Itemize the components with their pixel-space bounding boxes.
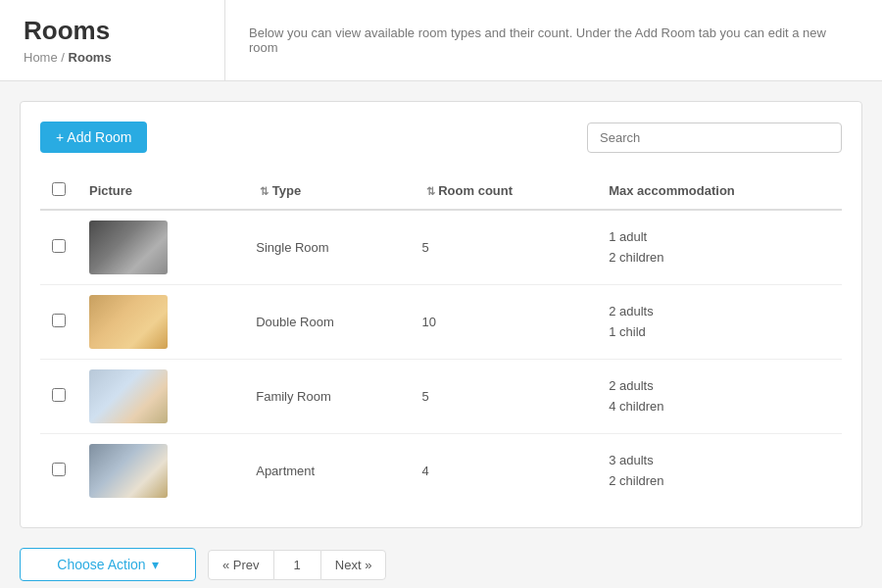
- row-count-cell: 10: [411, 285, 598, 360]
- row-picture-cell: [77, 434, 244, 509]
- page-header: Rooms Home / Rooms Below you can view av…: [0, 0, 882, 81]
- rooms-table: Picture ⇅ Type ⇅ Room count Max accommod…: [40, 172, 842, 508]
- table-row: Double Room 10 2 adults 1 child: [40, 285, 842, 360]
- row-picture-cell: [77, 285, 244, 360]
- row-checkbox-cell: [40, 285, 77, 360]
- row-picture-cell: [77, 360, 244, 434]
- row-count-cell: 4: [411, 434, 598, 509]
- header-picture: Picture: [77, 172, 244, 210]
- row-type-cell: Apartment: [244, 434, 410, 509]
- row-accommodation-cell: 1 adult 2 children: [597, 210, 842, 285]
- room-image-0: [89, 220, 168, 274]
- row-checkbox-2[interactable]: [52, 388, 66, 402]
- choose-action-label: Choose Action: [57, 557, 145, 572]
- table-row: Apartment 4 3 adults 2 children: [40, 434, 842, 509]
- breadcrumb: Home / Rooms: [24, 50, 201, 65]
- row-checkbox-1[interactable]: [52, 314, 66, 327]
- row-checkbox-cell: [40, 210, 77, 285]
- row-accommodation-cell: 2 adults 4 children: [597, 360, 842, 434]
- row-checkbox-cell: [40, 434, 77, 509]
- table-row: Family Room 5 2 adults 4 children: [40, 360, 842, 434]
- row-type-cell: Double Room: [244, 285, 410, 360]
- main-content: + Add Room Picture ⇅ Type: [0, 81, 882, 588]
- pagination: « Prev 1 Next »: [208, 550, 386, 580]
- header-right: Below you can view available room types …: [225, 0, 882, 80]
- search-input[interactable]: [587, 122, 842, 153]
- bottom-bar: Choose Action ▾ « Prev 1 Next »: [20, 548, 862, 581]
- row-checkbox-0[interactable]: [52, 239, 66, 253]
- choose-action-arrow: ▾: [152, 557, 159, 572]
- page-title: Rooms: [24, 16, 201, 46]
- choose-action-button[interactable]: Choose Action ▾: [20, 548, 196, 581]
- room-image-2: [89, 369, 168, 423]
- toolbar: + Add Room: [40, 122, 842, 153]
- header-room-count[interactable]: ⇅ Room count: [411, 172, 598, 210]
- row-accommodation-cell: 3 adults 2 children: [597, 434, 842, 509]
- row-checkbox-cell: [40, 360, 77, 434]
- row-count-cell: 5: [411, 210, 598, 285]
- add-room-button[interactable]: + Add Room: [40, 122, 147, 153]
- next-button[interactable]: Next »: [320, 550, 387, 580]
- room-image-3: [89, 444, 168, 498]
- sort-count-icon: ⇅: [426, 185, 435, 198]
- page-description: Below you can view available room types …: [249, 25, 858, 55]
- row-type-cell: Family Room: [244, 360, 410, 434]
- header-checkbox-col: [40, 172, 77, 210]
- row-count-cell: 5: [411, 360, 598, 434]
- breadcrumb-home[interactable]: Home: [24, 50, 58, 65]
- current-page: 1: [274, 550, 320, 580]
- prev-button[interactable]: « Prev: [208, 550, 274, 580]
- room-image-1: [89, 295, 168, 349]
- row-accommodation-cell: 2 adults 1 child: [597, 285, 842, 360]
- sort-type-icon: ⇅: [260, 185, 269, 198]
- header-left: Rooms Home / Rooms: [0, 0, 225, 80]
- header-type[interactable]: ⇅ Type: [244, 172, 410, 210]
- select-all-checkbox[interactable]: [52, 182, 66, 196]
- breadcrumb-current: Rooms: [69, 50, 112, 65]
- table-header-row: Picture ⇅ Type ⇅ Room count Max accommod…: [40, 172, 842, 210]
- row-checkbox-3[interactable]: [52, 463, 66, 476]
- row-type-cell: Single Room: [244, 210, 410, 285]
- row-picture-cell: [77, 210, 244, 285]
- content-card: + Add Room Picture ⇅ Type: [20, 101, 862, 528]
- header-max-accommodation: Max accommodation: [597, 172, 842, 210]
- table-row: Single Room 5 1 adult 2 children: [40, 210, 842, 285]
